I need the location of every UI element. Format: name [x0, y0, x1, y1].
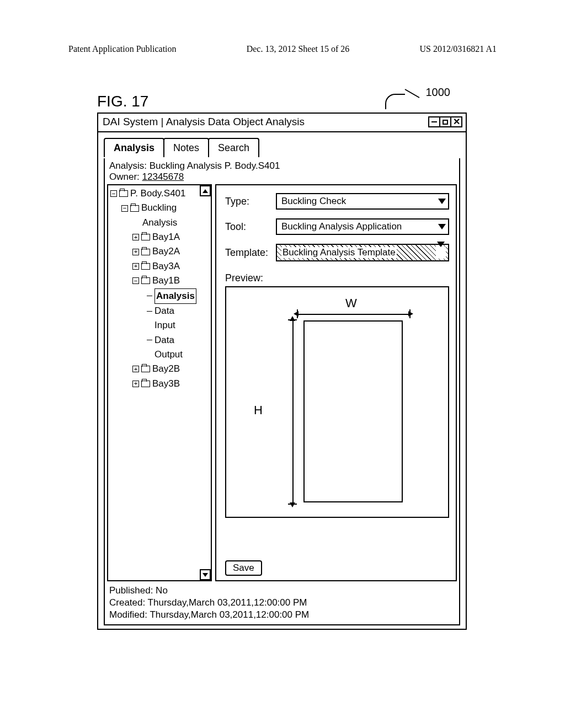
footer-meta: Published: No Created: Thursday,March 03… [105, 582, 459, 624]
preview-h-label: H [254, 403, 263, 417]
chevron-down-icon [438, 224, 446, 229]
folder-icon [130, 205, 139, 212]
folder-icon [141, 381, 150, 387]
chevron-up-icon [202, 189, 208, 193]
modified-line: Modified: Thursday,March 03,2011,12:00:0… [109, 609, 455, 621]
chevron-down-icon [202, 573, 208, 577]
tree-bay2a[interactable]: +Bay2A [110, 244, 210, 259]
preview-w-label: W [345, 296, 357, 311]
tree-pane: −P. Body.S401 −Buckling Analysis +Bay1A … [107, 184, 212, 581]
folder-icon [141, 234, 150, 240]
tool-select[interactable]: Buckling Analysis Application [276, 218, 449, 235]
titlebar: DAI System | Analysis Data Object Analys… [98, 114, 466, 132]
owner-label: Owner: [109, 172, 140, 182]
callout-number: 1000 [426, 86, 451, 99]
tab-notes[interactable]: Notes [163, 138, 209, 157]
tab-content: Analysis: Buckling Analysis P. Body.S401… [104, 158, 460, 625]
tree-root[interactable]: −P. Body.S401 [110, 186, 210, 201]
folder-icon [141, 263, 150, 270]
window-title: DAI System | Analysis Data Object Analys… [103, 116, 305, 128]
preview-rect [303, 320, 403, 502]
folder-icon [141, 366, 150, 372]
analysis-value: Buckling Analysis P. Body.S401 [150, 160, 280, 171]
tab-bar: Analysis Notes Search [104, 138, 460, 157]
tree-bay3a[interactable]: +Bay3A [110, 259, 210, 274]
header-right: US 2012/0316821 A1 [419, 44, 497, 54]
page-header: Patent Application Publication Dec. 13, … [68, 44, 497, 54]
tab-analysis[interactable]: Analysis [104, 138, 164, 157]
close-button[interactable]: ✕ [450, 116, 462, 127]
type-select[interactable]: Buckling Check [276, 193, 449, 210]
template-select[interactable]: Buckling Analysis Template [276, 244, 449, 261]
template-value: Buckling Analysis Template [281, 247, 397, 258]
tool-value: Buckling Analysis Application [281, 221, 402, 232]
chevron-down-icon [438, 199, 446, 204]
tree-data-input-1[interactable]: Data [110, 304, 210, 318]
minimize-button[interactable] [428, 116, 440, 127]
tree-bay1a[interactable]: +Bay1A [110, 230, 210, 244]
chevron-down-icon [437, 242, 445, 258]
tool-label: Tool: [225, 221, 276, 233]
tab-search[interactable]: Search [208, 138, 259, 157]
preview-label: Preview: [225, 272, 449, 284]
owner-value: 12345678 [142, 172, 184, 182]
template-label: Template: [225, 247, 276, 259]
folder-icon [141, 249, 150, 255]
maximize-button[interactable] [439, 116, 451, 127]
tree-analysis-leaf[interactable]: Analysis [110, 288, 210, 304]
tree-data-output-2: Output [110, 347, 210, 362]
tree-buckling-line2: Analysis [110, 216, 210, 230]
type-label: Type: [225, 196, 276, 207]
tree-data-output-1[interactable]: Data [110, 333, 210, 347]
scroll-up-button[interactable] [200, 185, 211, 196]
published-line: Published: No [109, 585, 455, 597]
app-window: DAI System | Analysis Data Object Analys… [97, 113, 467, 630]
header-left: Patent Application Publication [68, 44, 177, 54]
header-center: Dec. 13, 2012 Sheet 15 of 26 [247, 44, 350, 54]
callout: 1000 [356, 89, 467, 111]
folder-icon [119, 190, 128, 197]
save-button[interactable]: Save [225, 560, 262, 576]
meta-block: Analysis: Buckling Analysis P. Body.S401… [105, 158, 459, 183]
created-line: Created: Thursday,March 03,2011,12:00:00… [109, 597, 455, 609]
tree-buckling[interactable]: −Buckling [110, 201, 210, 215]
scroll-down-button[interactable] [200, 569, 211, 580]
window-controls: ✕ [429, 116, 462, 127]
detail-pane: Type: Buckling Check Tool: Buckling Anal… [215, 184, 457, 581]
folder-icon [141, 277, 150, 284]
preview-box: W H [225, 286, 449, 518]
analysis-label: Analysis: [109, 160, 147, 171]
tree-bay2b[interactable]: +Bay2B [110, 362, 210, 376]
tree-bay3b[interactable]: +Bay3B [110, 377, 210, 391]
type-value: Buckling Check [281, 196, 346, 207]
tree-bay1b[interactable]: −Bay1B [110, 274, 210, 288]
tree-data-input-2: Input [110, 318, 210, 333]
